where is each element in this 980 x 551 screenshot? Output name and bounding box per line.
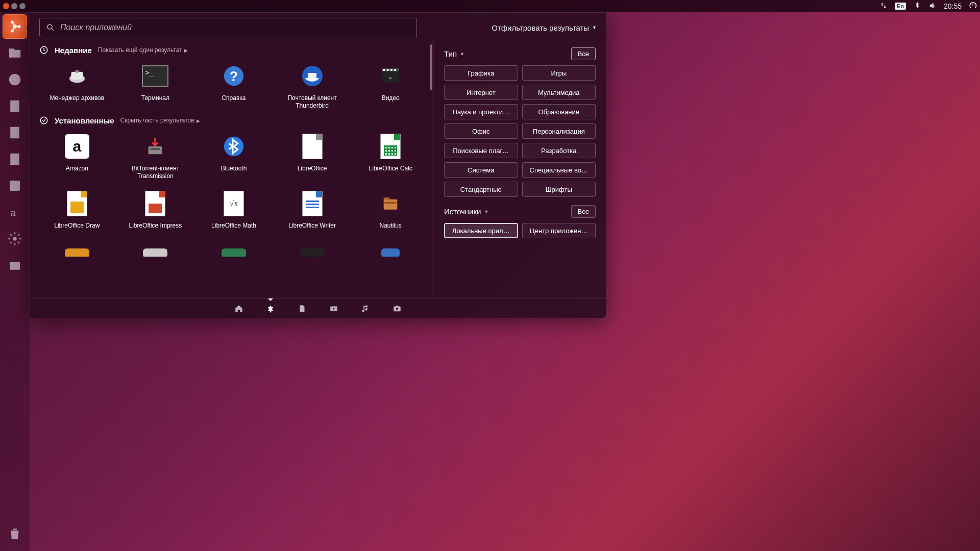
search-input[interactable] [60,23,410,32]
svg-rect-23 [383,69,385,71]
launcher-software[interactable] [3,173,27,198]
dash-button[interactable] [3,14,27,39]
lens-applications[interactable] [264,302,277,316]
type-chip[interactable]: Поисковые плаг… [444,143,518,158]
chevron-down-icon: ▼ [484,209,488,214]
type-chip[interactable]: Персонализация [522,123,596,139]
lens-home[interactable] [233,302,245,316]
launcher-writer[interactable] [3,94,27,118]
app-tile-terminal[interactable]: >_Терминал [118,59,193,113]
svg-point-4 [9,74,21,86]
lens-video[interactable] [328,302,340,316]
svg-rect-32 [384,199,398,210]
app-label: LibreOffice [298,165,327,180]
app-tile-impress[interactable]: LibreOffice Impress [118,186,193,240]
type-chip[interactable]: Образование [522,104,596,119]
launcher-settings[interactable] [3,227,27,251]
app-icon [141,132,169,161]
app-tile-thunderbird[interactable]: Почтовый клиент Thunderbird [275,59,350,113]
type-chip[interactable]: Шрифты [522,182,596,197]
svg-point-10 [13,237,17,241]
type-chip[interactable]: Офис [444,123,518,139]
app-tile-partial[interactable] [196,245,272,257]
app-icon: ▶ [376,62,405,90]
app-tile-math[interactable]: √xLibreOffice Math [196,186,272,240]
search-field[interactable] [39,18,417,37]
source-chip[interactable]: Центр приложен… [522,223,596,238]
app-tile-draw[interactable]: LibreOffice Draw [39,186,115,240]
type-chip[interactable]: Стандартные [444,182,518,197]
bluetooth-icon[interactable] [913,2,921,11]
filter-type-header[interactable]: Тип▼ Все [444,47,596,60]
launcher-trash[interactable] [3,521,27,546]
section-recent-header[interactable]: Недавние Показать ещё один результат▶ [39,45,428,55]
svg-rect-11 [10,262,20,270]
lens-photos[interactable] [391,302,403,316]
lens-files[interactable] [296,302,308,316]
check-icon [39,116,48,125]
launcher-backup[interactable] [3,253,27,278]
scrollbar[interactable] [430,44,432,90]
app-label: Менеджер архивов [50,94,104,110]
maximize-button[interactable] [19,3,26,9]
type-chip[interactable]: Система [444,162,518,178]
app-label: LibreOffice Draw [54,222,100,237]
app-tile-libreoffice[interactable]: LibreOffice [275,129,350,183]
app-tile-video[interactable]: ▶Видео [353,59,428,113]
section-recent-more[interactable]: Показать ещё один результат▶ [98,46,188,54]
svg-text:?: ? [230,69,238,84]
unity-launcher: a [0,12,30,551]
app-tile-transmission[interactable]: BitTorrent-клиент Transmission [118,129,193,183]
app-tile-bluetooth[interactable]: Bluetooth [196,129,272,183]
lens-music[interactable] [359,302,372,316]
launcher-calc[interactable] [3,120,27,145]
type-chip[interactable]: Наука и проекти… [444,104,518,119]
app-tile-partial[interactable] [118,245,193,257]
app-icon: a [63,132,91,161]
launcher-firefox[interactable] [3,67,27,92]
keyboard-layout-indicator[interactable]: En [895,3,906,10]
launcher-amazon[interactable]: a [3,200,27,224]
svg-rect-26 [395,69,397,71]
app-tile-archive[interactable]: Менеджер архивов [39,59,115,113]
type-chip[interactable]: Игры [522,65,596,81]
section-installed-more[interactable]: Скрыть часть результатов▶ [120,117,200,124]
filter-results-toggle[interactable]: Отфильтровать результаты▼ [492,23,597,32]
app-tile-calc[interactable]: LibreOffice Calc [353,129,428,183]
section-installed-header[interactable]: Установленные Скрыть часть результатов▶ [39,116,428,125]
svg-rect-30 [151,148,160,150]
launcher-files[interactable] [3,41,27,65]
filter-type-all-button[interactable]: Все [571,47,596,60]
app-label: Почтовый клиент Thunderbird [276,94,349,110]
type-chip[interactable]: Мультимедиа [522,85,596,100]
filter-sources-header[interactable]: Источники▼ Все [444,205,596,218]
svg-rect-15 [71,72,83,80]
minimize-button[interactable] [11,3,17,9]
svg-rect-34 [385,202,397,204]
type-chip[interactable]: Графика [444,65,518,81]
app-tile-writer[interactable]: LibreOffice Writer [275,186,350,240]
app-tile-partial[interactable] [353,245,428,257]
app-tile-help[interactable]: ?Справка [196,59,272,113]
app-label: LibreOffice Writer [288,222,336,237]
dash-overlay: Отфильтровать результаты▼ Недавние Показ… [30,12,606,318]
type-chip[interactable]: Специальные во… [522,162,596,178]
source-chip[interactable]: Локальные прил… [444,223,518,238]
app-tile-partial[interactable] [275,245,350,257]
app-tile-amazon[interactable]: aAmazon [39,129,115,183]
volume-icon[interactable] [928,2,937,11]
app-label: LibreOffice Impress [129,222,182,237]
type-chip[interactable]: Интернет [444,85,518,100]
type-chip[interactable]: Разработка [522,143,596,158]
app-icon [376,189,405,218]
network-icon[interactable] [879,2,888,11]
top-panel: En 20:55 [0,0,980,12]
app-tile-partial[interactable] [39,245,115,257]
launcher-impress[interactable] [3,147,27,171]
clock[interactable]: 20:55 [944,2,962,10]
svg-point-37 [396,307,399,310]
app-tile-nautilus[interactable]: Nautilus [353,186,428,240]
close-button[interactable] [3,3,9,9]
filter-sources-all-button[interactable]: Все [571,205,596,218]
power-icon[interactable] [969,2,977,11]
